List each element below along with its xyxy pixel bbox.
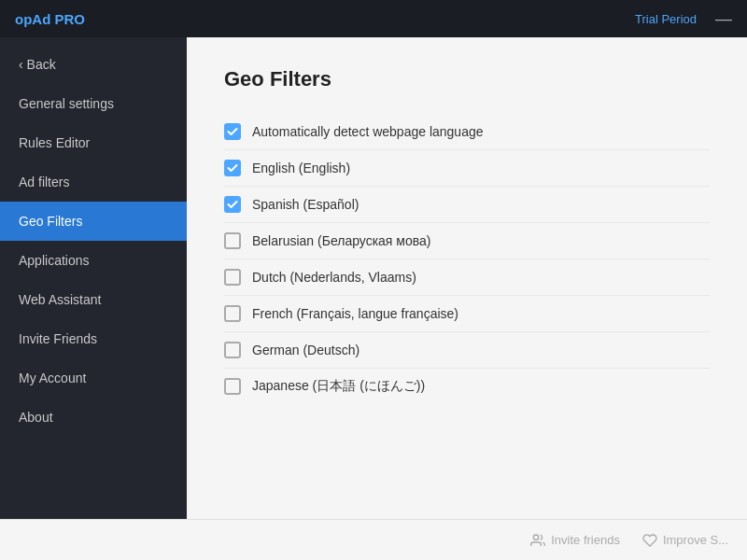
sidebar-item-back[interactable]: ‹ Back (0, 45, 187, 84)
checkbox-auto-detect[interactable] (224, 123, 241, 140)
improve-label: Improve S... (663, 533, 728, 547)
check-icon (227, 199, 238, 210)
checkbox-belarusian[interactable] (224, 232, 241, 249)
sidebar-item-web-assistant[interactable]: Web Assistant (0, 280, 187, 319)
check-icon (227, 162, 238, 174)
logo-pro: PRO (55, 11, 86, 27)
footer-bar: Invite friends Improve S... (0, 519, 747, 560)
checkbox-label-auto-detect: Automatically detect webpage language (252, 124, 484, 139)
checkbox-label-french: French (Français, langue française) (252, 306, 458, 321)
sidebar-item-applications[interactable]: Applications (0, 241, 187, 280)
checkbox-spanish[interactable] (224, 196, 241, 213)
checkbox-label-japanese: Japanese (日本語 (にほんご)) (252, 378, 425, 395)
users-icon (530, 533, 545, 548)
invite-friends-label: Invite friends (551, 533, 620, 547)
checkbox-item-auto-detect[interactable]: Automatically detect webpage language (224, 114, 710, 150)
checkbox-item-english[interactable]: English (English) (224, 150, 710, 187)
checkbox-item-german[interactable]: German (Deutsch) (224, 332, 710, 369)
sidebar-item-invite-friends[interactable]: Invite Friends (0, 319, 187, 358)
checkbox-label-belarusian: Belarusian (Беларуская мова) (252, 233, 430, 248)
checkbox-list: Automatically detect webpage language En… (224, 114, 710, 404)
checkbox-item-spanish[interactable]: Spanish (Español) (224, 187, 710, 223)
checkbox-item-japanese[interactable]: Japanese (日本語 (にほんご)) (224, 369, 710, 404)
checkbox-label-dutch: Dutch (Nederlands, Vlaams) (252, 270, 416, 285)
sidebar: ‹ BackGeneral settingsRules EditorAd fil… (0, 37, 187, 519)
sidebar-item-rules-editor[interactable]: Rules Editor (0, 123, 187, 162)
page-title: Geo Filters (224, 67, 710, 91)
checkbox-item-dutch[interactable]: Dutch (Nederlands, Vlaams) (224, 259, 710, 296)
content-area: Geo Filters Automatically detect webpage… (187, 37, 747, 519)
main-layout: ‹ BackGeneral settingsRules EditorAd fil… (0, 37, 747, 519)
checkbox-japanese[interactable] (224, 378, 241, 395)
app-logo: opAd PRO (15, 11, 85, 27)
check-icon (227, 126, 238, 137)
topbar: opAd PRO Trial Period — (0, 0, 747, 37)
invite-friends-link[interactable]: Invite friends (530, 533, 620, 548)
topbar-right: Trial Period — (635, 10, 732, 27)
sidebar-item-geo-filters[interactable]: Geo Filters (0, 202, 187, 241)
checkbox-french[interactable] (224, 305, 241, 322)
improve-link[interactable]: Improve S... (642, 533, 728, 548)
checkbox-label-german: German (Deutsch) (252, 343, 359, 357)
sidebar-item-ad-filters[interactable]: Ad filters (0, 162, 187, 202)
heart-icon (642, 533, 657, 548)
checkbox-german[interactable] (224, 342, 241, 358)
checkbox-english[interactable] (224, 160, 241, 176)
sidebar-item-my-account[interactable]: My Account (0, 358, 187, 398)
checkbox-item-belarusian[interactable]: Belarusian (Беларуская мова) (224, 223, 710, 259)
checkbox-label-english: English (English) (252, 161, 350, 175)
minimize-button[interactable]: — (715, 10, 732, 27)
checkbox-label-spanish: Spanish (Español) (252, 197, 359, 212)
sidebar-item-about[interactable]: About (0, 398, 187, 437)
checkbox-item-french[interactable]: French (Français, langue française) (224, 296, 710, 332)
checkbox-dutch[interactable] (224, 269, 241, 286)
logo-text: opAd (15, 11, 55, 27)
svg-point-0 (534, 535, 539, 539)
trial-period-label: Trial Period (635, 12, 697, 26)
sidebar-item-general-settings[interactable]: General settings (0, 84, 187, 123)
